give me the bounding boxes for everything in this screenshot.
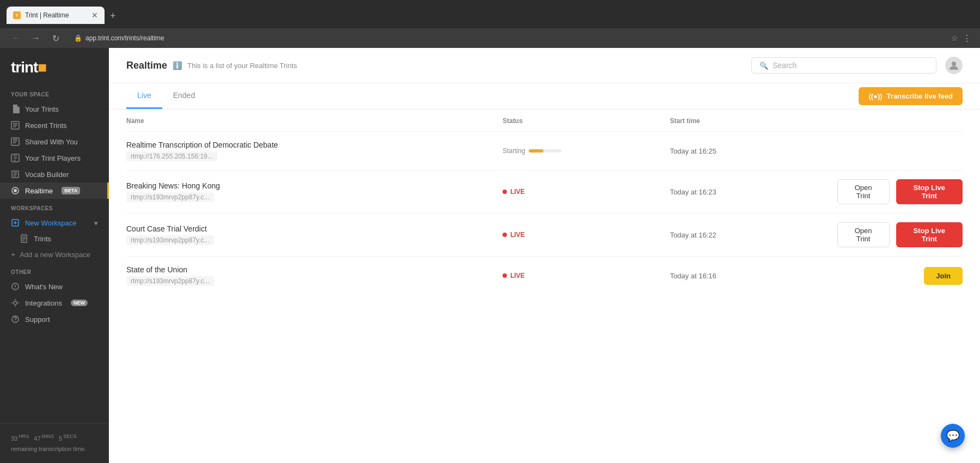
entry-url: rtmp://s193mrvp2pp87y.c... (126, 192, 214, 202)
new-tab-button[interactable]: + (106, 8, 120, 24)
entry-url: rtmp://s193mrvp2pp87y.c... (126, 276, 214, 286)
extensions-icon[interactable]: ⋮ (963, 33, 971, 44)
search-input[interactable] (773, 61, 928, 70)
transcribe-live-feed-button[interactable]: ((●)) Transcribe live feed (859, 87, 963, 105)
status-badge-live: LIVE (503, 188, 670, 196)
sidebar-item-whats-new[interactable]: What's New (0, 278, 109, 295)
start-time: Today at 16:23 (670, 188, 716, 196)
trints-label: Trints (34, 235, 51, 243)
sidebar-item-label: Vocab Builder (25, 170, 69, 179)
tab-close-btn[interactable]: ✕ (91, 11, 98, 20)
svg-rect-4 (11, 138, 19, 145)
info-icon[interactable]: ℹ️ (173, 61, 182, 70)
chevron-down-icon: ▾ (94, 219, 98, 227)
entry-status-cell: LIVE (503, 170, 670, 214)
reload-button[interactable]: ↻ (48, 31, 63, 46)
time-hrs: 33 (11, 435, 17, 442)
svg-point-6 (14, 189, 17, 192)
trints-icon (20, 234, 28, 243)
svg-rect-1 (13, 123, 17, 124)
workspace-new-workspace[interactable]: New Workspace ▾ (0, 215, 109, 231)
stop-live-trint-button[interactable]: Stop Live Trint (896, 179, 963, 204)
sidebar-item-recent-trints[interactable]: Recent Trints (0, 117, 109, 133)
user-avatar[interactable] (945, 57, 963, 74)
broadcast-icon: ((●)) (868, 92, 882, 100)
entry-actions-cell: Open TrintStop Live Trint (837, 214, 963, 257)
page-header: Realtime ℹ️ This is a list of your Realt… (109, 48, 980, 83)
entry-name: Realtime Transcription of Democratic Deb… (126, 141, 503, 149)
sidebar: trint■ YOUR SPACE Your Trints Recent Tri… (0, 48, 109, 463)
sidebar-item-label: Integrations (25, 299, 62, 307)
time-display: 33HRS 47MINS 5SECS remaining transcripti… (11, 432, 98, 454)
tab-favicon: T (13, 11, 21, 19)
status-label: Starting (503, 147, 525, 155)
recent-icon (11, 121, 20, 130)
secs-label: SECS (63, 434, 77, 439)
forward-button[interactable]: → (28, 31, 44, 46)
status-label: LIVE (510, 272, 525, 279)
browser-tabs: T Trint | Realtime ✕ + (7, 4, 120, 24)
sidebar-item-label: What's New (25, 283, 63, 291)
start-time: Today at 16:16 (670, 272, 716, 280)
add-workspace-label: Add a new Workspace (20, 251, 90, 259)
start-time: Today at 16:25 (670, 147, 716, 155)
sidebar-logo: trint■ (0, 48, 109, 85)
svg-point-11 (14, 301, 17, 304)
page-subtitle: This is a list of your Realtime Trints (187, 62, 297, 70)
sidebar-item-trint-players[interactable]: Your Trint Players (0, 150, 109, 166)
entry-actions-cell: Join (837, 257, 963, 295)
tab-live[interactable]: Live (126, 83, 162, 109)
workspace-trints-item[interactable]: Trints (0, 231, 109, 246)
live-dot (503, 190, 507, 194)
status-badge-starting: Starting (503, 147, 670, 155)
sidebar-item-integrations[interactable]: Integrations NEW (0, 295, 109, 311)
back-button[interactable]: ← (9, 31, 24, 46)
entry-name-cell: Realtime Transcription of Democratic Deb… (126, 132, 503, 170)
status-label: LIVE (510, 231, 525, 239)
stop-live-trint-button[interactable]: Stop Live Trint (896, 222, 963, 247)
sidebar-item-support[interactable]: Support (0, 311, 109, 327)
entry-actions-cell: Open TrintStop Live Trint (837, 170, 963, 214)
your-space-label: YOUR SPACE (0, 85, 109, 101)
lock-icon: 🔒 (74, 34, 82, 42)
join-button[interactable]: Join (924, 267, 963, 285)
logo: trint■ (11, 59, 98, 76)
sidebar-item-label: Your Trint Players (25, 154, 81, 162)
search-box[interactable]: 🔍 (751, 57, 936, 74)
entry-name: Court Case Trial Verdict (126, 224, 503, 233)
status-badge-live: LIVE (503, 272, 670, 279)
sidebar-item-shared-with-you[interactable]: Shared With You (0, 133, 109, 150)
realtime-table: Name Status Start time Realtime Transcri… (126, 109, 963, 295)
chat-bubble[interactable]: 💬 (941, 424, 965, 448)
start-time: Today at 16:22 (670, 231, 716, 239)
open-trint-button[interactable]: Open Trint (837, 222, 890, 247)
tab-ended[interactable]: Ended (162, 83, 206, 109)
sidebar-item-realtime[interactable]: Realtime BETA (0, 182, 109, 199)
col-start-time: Start time (670, 109, 837, 132)
time-mins: 47 (34, 435, 40, 442)
col-status: Status (503, 109, 670, 132)
page-title: Realtime (126, 60, 167, 71)
address-bar[interactable]: 🔒 app.trint.com/trints/realtime (68, 31, 947, 46)
open-trint-button[interactable]: Open Trint (837, 179, 890, 204)
tab-title: Trint | Realtime (25, 11, 69, 19)
vocab-icon (11, 170, 20, 179)
progress-bar (529, 149, 561, 153)
entry-start-time-cell: Today at 16:16 (670, 257, 837, 295)
realtime-icon (11, 186, 20, 195)
hrs-label: HRS (19, 434, 29, 439)
sidebar-item-label: Your Trints (25, 105, 59, 113)
add-workspace-btn[interactable]: + Add a new Workspace (0, 246, 109, 263)
plus-icon: + (11, 250, 15, 259)
entry-url: rtmp://176.255.205.156:19... (126, 151, 217, 161)
table-row: Court Case Trial Verdict rtmp://s193mrvp… (126, 214, 963, 257)
sidebar-item-vocab-builder[interactable]: Vocab Builder (0, 166, 109, 182)
active-tab[interactable]: T Trint | Realtime ✕ (7, 7, 105, 24)
workspaces-label: WORKSPACES (11, 205, 53, 211)
support-icon (11, 315, 20, 324)
table-row: Realtime Transcription of Democratic Deb… (126, 132, 963, 170)
sidebar-item-your-trints[interactable]: Your Trints (0, 101, 109, 117)
logo-icon: ■ (38, 59, 46, 76)
status-label: LIVE (510, 188, 525, 196)
table-header-row: Name Status Start time (126, 109, 963, 132)
